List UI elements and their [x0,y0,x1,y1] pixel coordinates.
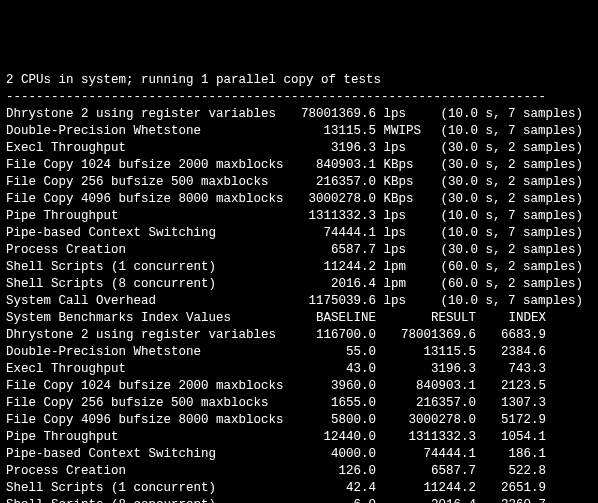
index-baseline: 5800.0 [296,412,376,429]
index-index: 522.8 [476,463,546,480]
test-unit: lps [384,293,426,310]
header-line: 2 CPUs in system; running 1 parallel cop… [6,72,592,89]
test-unit: KBps [384,157,426,174]
index-index: 6683.9 [476,327,546,344]
test-row: Pipe-based Context Switching74444.1 lps … [6,225,592,242]
test-unit: lps [384,106,426,123]
index-row: Dhrystone 2 using register variables1167… [6,327,592,344]
index-index: 2651.9 [476,480,546,497]
index-name: Process Creation [6,463,296,480]
test-row: File Copy 1024 bufsize 2000 maxblocks840… [6,157,592,174]
index-baseline: 42.4 [296,480,376,497]
index-index: 743.3 [476,361,546,378]
test-row: Double-Precision Whetstone13115.5 MWIPS … [6,123,592,140]
index-row: Shell Scripts (8 concurrent)6.02016.4336… [6,497,592,503]
test-name: Pipe Throughput [6,208,296,225]
test-timing: (10.0 s, 7 samples) [441,208,591,225]
test-value: 11244.2 [296,259,376,276]
index-result: 11244.2 [376,480,476,497]
test-unit: lpm [384,259,426,276]
test-row: System Call Overhead1175039.6 lps (10.0 … [6,293,592,310]
test-value: 78001369.6 [296,106,376,123]
index-row: Shell Scripts (1 concurrent)42.411244.22… [6,480,592,497]
index-index: 1307.3 [476,395,546,412]
test-unit: KBps [384,191,426,208]
test-timing: (10.0 s, 7 samples) [441,123,591,140]
test-name: File Copy 1024 bufsize 2000 maxblocks [6,157,296,174]
index-row: Pipe Throughput12440.01311332.31054.1 [6,429,592,446]
test-value: 840903.1 [296,157,376,174]
index-index: 3360.7 [476,497,546,503]
test-timing: (30.0 s, 2 samples) [441,174,591,191]
index-row: Execl Throughput43.03196.3743.3 [6,361,592,378]
test-timing: (60.0 s, 2 samples) [441,259,591,276]
index-index: 2384.6 [476,344,546,361]
test-value: 216357.0 [296,174,376,191]
test-row: Shell Scripts (1 concurrent)11244.2 lpm … [6,259,592,276]
test-timing: (30.0 s, 2 samples) [441,242,591,259]
test-value: 2016.4 [296,276,376,293]
test-timing: (30.0 s, 2 samples) [441,140,591,157]
index-header-index: INDEX [476,310,546,327]
index-baseline: 6.0 [296,497,376,503]
index-row: Double-Precision Whetstone55.013115.5238… [6,344,592,361]
index-name: Pipe Throughput [6,429,296,446]
index-index: 1054.1 [476,429,546,446]
test-value: 74444.1 [296,225,376,242]
index-row: File Copy 1024 bufsize 2000 maxblocks396… [6,378,592,395]
test-row: Dhrystone 2 using register variables7800… [6,106,592,123]
index-name: Execl Throughput [6,361,296,378]
index-header-row: System Benchmarks Index ValuesBASELINERE… [6,310,592,327]
index-result: 13115.5 [376,344,476,361]
header-text: 2 CPUs in system; running 1 parallel cop… [6,73,381,87]
test-name: Execl Throughput [6,140,296,157]
index-result: 74444.1 [376,446,476,463]
index-header-baseline: BASELINE [296,310,376,327]
test-timing: (60.0 s, 2 samples) [441,276,591,293]
test-timing: (10.0 s, 7 samples) [441,225,591,242]
test-name: File Copy 4096 bufsize 8000 maxblocks [6,191,296,208]
index-index: 2123.5 [476,378,546,395]
test-unit: lps [384,242,426,259]
index-index: 186.1 [476,446,546,463]
test-name: Shell Scripts (1 concurrent) [6,259,296,276]
test-name: File Copy 256 bufsize 500 maxblocks [6,174,296,191]
index-row: Pipe-based Context Switching4000.074444.… [6,446,592,463]
index-name: Shell Scripts (1 concurrent) [6,480,296,497]
test-value: 1311332.3 [296,208,376,225]
index-result: 78001369.6 [376,327,476,344]
index-result: 2016.4 [376,497,476,503]
index-header-name: System Benchmarks Index Values [6,310,296,327]
index-baseline: 12440.0 [296,429,376,446]
test-value: 3000278.0 [296,191,376,208]
index-result: 3196.3 [376,361,476,378]
terminal-output: 2 CPUs in system; running 1 parallel cop… [6,72,592,503]
index-name: File Copy 1024 bufsize 2000 maxblocks [6,378,296,395]
divider: ----------------------------------------… [6,90,546,104]
index-baseline: 55.0 [296,344,376,361]
test-row: Pipe Throughput1311332.3 lps (10.0 s, 7 … [6,208,592,225]
index-result: 840903.1 [376,378,476,395]
index-index: 5172.9 [476,412,546,429]
test-name: System Call Overhead [6,293,296,310]
test-name: Shell Scripts (8 concurrent) [6,276,296,293]
index-name: Double-Precision Whetstone [6,344,296,361]
test-value: 1175039.6 [296,293,376,310]
test-name: Double-Precision Whetstone [6,123,296,140]
test-unit: lps [384,225,426,242]
index-name: Pipe-based Context Switching [6,446,296,463]
index-row: File Copy 4096 bufsize 8000 maxblocks580… [6,412,592,429]
test-unit: MWIPS [384,123,426,140]
index-name: Shell Scripts (8 concurrent) [6,497,296,503]
index-baseline: 1655.0 [296,395,376,412]
test-value: 6587.7 [296,242,376,259]
test-timing: (10.0 s, 7 samples) [441,293,591,310]
index-baseline: 43.0 [296,361,376,378]
index-result: 1311332.3 [376,429,476,446]
test-row: File Copy 4096 bufsize 8000 maxblocks300… [6,191,592,208]
index-name: File Copy 4096 bufsize 8000 maxblocks [6,412,296,429]
test-timing: (30.0 s, 2 samples) [441,191,591,208]
test-unit: lps [384,208,426,225]
test-unit: KBps [384,174,426,191]
test-name: Process Creation [6,242,296,259]
